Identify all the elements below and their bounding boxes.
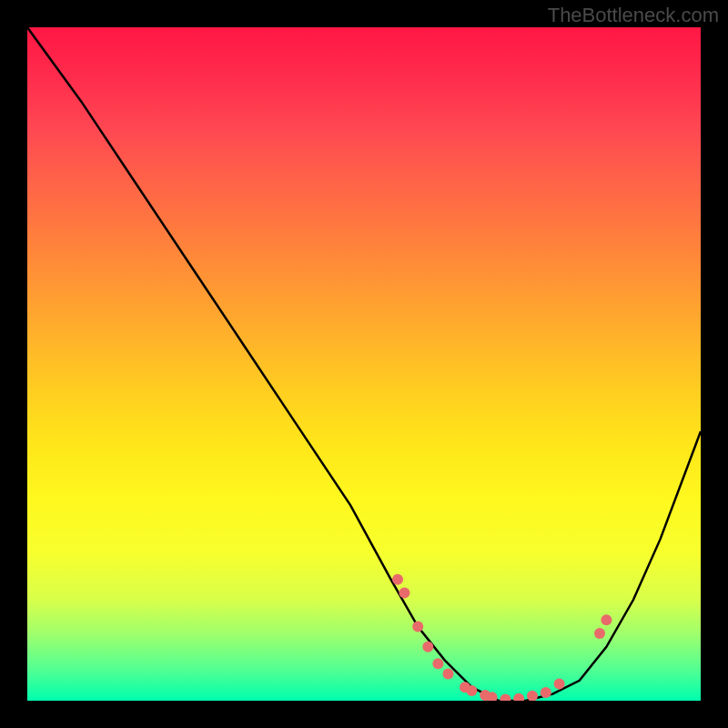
curve-marker-dot: [554, 679, 565, 690]
bottleneck-curve-line: [27, 27, 701, 701]
curve-marker-dot: [466, 685, 477, 696]
curve-marker-dot: [500, 694, 511, 702]
chart-plot-area: [27, 27, 701, 701]
curve-marker-dot: [432, 658, 443, 669]
curve-marker-dot: [422, 642, 433, 652]
curve-marker-dot: [399, 588, 410, 599]
curve-marker-dot: [392, 574, 403, 585]
curve-marker-dot: [541, 687, 551, 698]
curve-marker-dot: [513, 693, 524, 701]
curve-marker-dot: [594, 628, 605, 639]
chart-svg-layer: [27, 27, 701, 701]
curve-marker-dot: [527, 691, 538, 701]
curve-marker-dot: [601, 614, 612, 625]
curve-marker-dot: [443, 668, 454, 679]
curve-marker-dot: [412, 622, 423, 632]
attribution-text: TheBottleneck.com: [548, 4, 719, 27]
